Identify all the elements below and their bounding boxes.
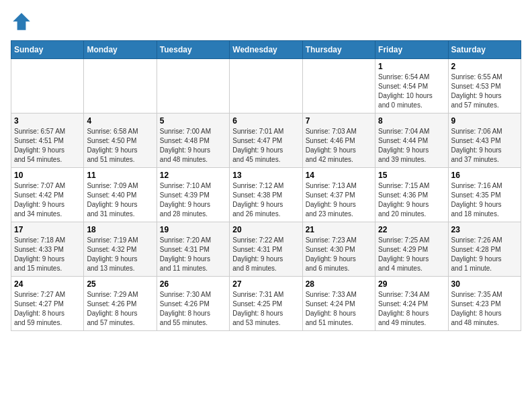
day-info: Sunrise: 7:15 AM Sunset: 4:36 PM Dayligh… [378,181,445,219]
logo-icon [11,11,32,32]
day-number: 14 [306,171,372,180]
calendar-cell: 10Sunrise: 7:07 AM Sunset: 4:42 PM Dayli… [11,168,84,222]
calendar-week-4: 17Sunrise: 7:18 AM Sunset: 4:33 PM Dayli… [11,222,521,277]
day-number: 19 [160,225,226,234]
calendar-cell: 7Sunrise: 7:03 AM Sunset: 4:46 PM Daylig… [302,113,375,168]
day-info: Sunrise: 7:34 AM Sunset: 4:24 PM Dayligh… [378,290,445,328]
calendar-cell [157,59,229,113]
day-number: 5 [160,116,226,126]
day-info: Sunrise: 7:25 AM Sunset: 4:29 PM Dayligh… [378,236,445,273]
calendar-cell: 3Sunrise: 6:57 AM Sunset: 4:51 PM Daylig… [11,113,84,168]
day-info: Sunrise: 7:09 AM Sunset: 4:40 PM Dayligh… [87,181,153,219]
page-header [11,11,521,32]
calendar-cell: 2Sunrise: 6:55 AM Sunset: 4:53 PM Daylig… [448,59,521,113]
day-info: Sunrise: 7:20 AM Sunset: 4:31 PM Dayligh… [160,236,226,273]
day-info: Sunrise: 6:54 AM Sunset: 4:54 PM Dayligh… [378,73,445,110]
day-number: 10 [14,171,81,180]
calendar-cell: 1Sunrise: 6:54 AM Sunset: 4:54 PM Daylig… [375,59,448,113]
calendar-cell: 25Sunrise: 7:29 AM Sunset: 4:26 PM Dayli… [84,277,157,331]
calendar-week-2: 3Sunrise: 6:57 AM Sunset: 4:51 PM Daylig… [11,113,521,168]
calendar-cell: 13Sunrise: 7:12 AM Sunset: 4:38 PM Dayli… [230,168,302,222]
day-number: 24 [14,279,81,289]
day-number: 16 [451,171,518,180]
day-number: 6 [232,116,299,126]
day-number: 9 [451,116,518,126]
calendar-cell [84,59,157,113]
day-number: 25 [87,279,153,289]
day-info: Sunrise: 7:12 AM Sunset: 4:38 PM Dayligh… [232,181,299,219]
day-number: 2 [451,62,518,71]
day-number: 27 [232,279,299,289]
day-number: 12 [160,171,226,180]
day-number: 1 [378,62,445,71]
calendar-cell: 27Sunrise: 7:31 AM Sunset: 4:25 PM Dayli… [230,277,302,331]
day-number: 15 [378,171,445,180]
calendar-cell: 15Sunrise: 7:15 AM Sunset: 4:36 PM Dayli… [375,168,448,222]
calendar-week-5: 24Sunrise: 7:27 AM Sunset: 4:27 PM Dayli… [11,277,521,331]
day-info: Sunrise: 7:01 AM Sunset: 4:47 PM Dayligh… [232,127,299,165]
column-header-wednesday: Wednesday [230,41,302,59]
day-info: Sunrise: 7:23 AM Sunset: 4:30 PM Dayligh… [306,236,372,273]
day-number: 30 [451,279,518,289]
calendar-cell: 20Sunrise: 7:22 AM Sunset: 4:31 PM Dayli… [230,222,302,277]
day-info: Sunrise: 7:07 AM Sunset: 4:42 PM Dayligh… [14,181,81,219]
day-number: 23 [451,225,518,234]
day-info: Sunrise: 7:31 AM Sunset: 4:25 PM Dayligh… [232,290,299,328]
day-info: Sunrise: 7:22 AM Sunset: 4:31 PM Dayligh… [232,236,299,273]
column-header-monday: Monday [84,41,157,59]
day-info: Sunrise: 7:13 AM Sunset: 4:37 PM Dayligh… [306,181,372,219]
column-header-sunday: Sunday [11,41,84,59]
calendar-cell: 19Sunrise: 7:20 AM Sunset: 4:31 PM Dayli… [157,222,229,277]
day-info: Sunrise: 6:58 AM Sunset: 4:50 PM Dayligh… [87,127,153,165]
column-header-saturday: Saturday [448,41,521,59]
svg-marker-0 [13,13,30,30]
day-info: Sunrise: 7:19 AM Sunset: 4:32 PM Dayligh… [87,236,153,273]
day-number: 8 [378,116,445,126]
calendar-cell: 8Sunrise: 7:04 AM Sunset: 4:44 PM Daylig… [375,113,448,168]
day-info: Sunrise: 7:35 AM Sunset: 4:23 PM Dayligh… [451,290,518,328]
day-info: Sunrise: 6:55 AM Sunset: 4:53 PM Dayligh… [451,73,518,110]
day-info: Sunrise: 7:29 AM Sunset: 4:26 PM Dayligh… [87,290,153,328]
calendar-cell [302,59,375,113]
day-info: Sunrise: 7:33 AM Sunset: 4:24 PM Dayligh… [306,290,372,328]
day-number: 11 [87,171,153,180]
calendar-cell: 29Sunrise: 7:34 AM Sunset: 4:24 PM Dayli… [375,277,448,331]
calendar-cell: 5Sunrise: 7:00 AM Sunset: 4:48 PM Daylig… [157,113,229,168]
day-number: 29 [378,279,445,289]
calendar-cell: 24Sunrise: 7:27 AM Sunset: 4:27 PM Dayli… [11,277,84,331]
column-header-friday: Friday [375,41,448,59]
logo [11,11,35,32]
day-number: 18 [87,225,153,234]
day-info: Sunrise: 7:10 AM Sunset: 4:39 PM Dayligh… [160,181,226,219]
day-number: 28 [306,279,372,289]
day-number: 7 [306,116,372,126]
day-info: Sunrise: 7:03 AM Sunset: 4:46 PM Dayligh… [306,127,372,165]
calendar-cell: 14Sunrise: 7:13 AM Sunset: 4:37 PM Dayli… [302,168,375,222]
calendar-cell: 16Sunrise: 7:16 AM Sunset: 4:35 PM Dayli… [448,168,521,222]
calendar-cell [230,59,302,113]
calendar-header-row: SundayMondayTuesdayWednesdayThursdayFrid… [11,41,521,59]
column-header-thursday: Thursday [302,41,375,59]
calendar-cell: 22Sunrise: 7:25 AM Sunset: 4:29 PM Dayli… [375,222,448,277]
day-number: 4 [87,116,153,126]
day-number: 22 [378,225,445,234]
day-number: 20 [232,225,299,234]
day-info: Sunrise: 7:16 AM Sunset: 4:35 PM Dayligh… [451,181,518,219]
calendar-cell: 11Sunrise: 7:09 AM Sunset: 4:40 PM Dayli… [84,168,157,222]
column-header-tuesday: Tuesday [157,41,229,59]
calendar-table: SundayMondayTuesdayWednesdayThursdayFrid… [11,40,521,331]
calendar-cell: 4Sunrise: 6:58 AM Sunset: 4:50 PM Daylig… [84,113,157,168]
day-info: Sunrise: 7:04 AM Sunset: 4:44 PM Dayligh… [378,127,445,165]
calendar-cell: 12Sunrise: 7:10 AM Sunset: 4:39 PM Dayli… [157,168,229,222]
day-info: Sunrise: 7:27 AM Sunset: 4:27 PM Dayligh… [14,290,81,328]
calendar-cell: 21Sunrise: 7:23 AM Sunset: 4:30 PM Dayli… [302,222,375,277]
calendar-cell: 28Sunrise: 7:33 AM Sunset: 4:24 PM Dayli… [302,277,375,331]
calendar-cell [11,59,84,113]
day-info: Sunrise: 6:57 AM Sunset: 4:51 PM Dayligh… [14,127,81,165]
day-info: Sunrise: 7:30 AM Sunset: 4:26 PM Dayligh… [160,290,226,328]
calendar-cell: 6Sunrise: 7:01 AM Sunset: 4:47 PM Daylig… [230,113,302,168]
calendar-cell: 23Sunrise: 7:26 AM Sunset: 4:28 PM Dayli… [448,222,521,277]
calendar-cell: 9Sunrise: 7:06 AM Sunset: 4:43 PM Daylig… [448,113,521,168]
day-number: 26 [160,279,226,289]
day-info: Sunrise: 7:18 AM Sunset: 4:33 PM Dayligh… [14,236,81,273]
